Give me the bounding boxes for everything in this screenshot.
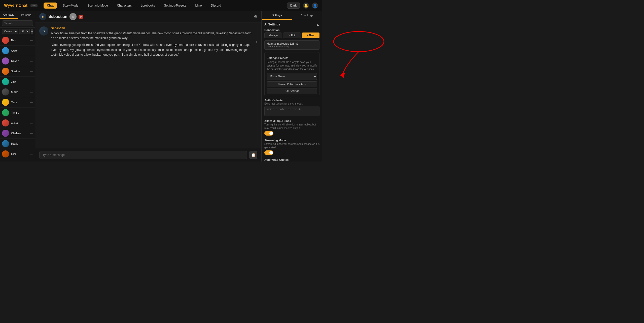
contact-item-gwen[interactable]: Gwen ··· — [0, 46, 35, 56]
contact-item-raven[interactable]: Raven ··· — [0, 56, 35, 66]
character-portrait-icon[interactable]: 🖼 — [69, 13, 77, 20]
add-contact-button[interactable]: + — [31, 29, 33, 34]
contact-menu-raven[interactable]: ··· — [30, 59, 33, 63]
contact-avatar-cici — [2, 150, 9, 157]
contact-menu-slade[interactable]: ··· — [30, 90, 33, 94]
edit-button[interactable]: ✎ Edit — [283, 33, 301, 38]
settings-presets-section: Settings Presets Settings Presets are a … — [264, 52, 319, 96]
all-filter[interactable]: All — [19, 29, 30, 34]
contact-menu-akiko[interactable]: ··· — [30, 121, 33, 125]
chat-clipboard-button[interactable]: 📋 — [249, 151, 257, 159]
contact-name-rayfa: Rayfa — [11, 142, 28, 145]
browse-public-presets-button[interactable]: Browse Public Presets ↗ — [267, 81, 317, 87]
nav-right: Dark 🔔 👤 — [287, 3, 318, 9]
contact-avatar-gwen — [2, 47, 9, 54]
manage-button[interactable]: Manage — [264, 33, 282, 38]
contact-menu-jinx[interactable]: ··· — [30, 80, 33, 84]
chat-area: 🧙 Sebastian 🖼 P ⚙ S Sebastian A dark fig… — [35, 11, 262, 162]
tab-contacts[interactable]: Contacts — [0, 11, 18, 19]
nav-discord[interactable]: Discord — [207, 3, 225, 9]
chat-settings-gear-icon[interactable]: ⚙ — [254, 14, 257, 19]
chat-header: 🧙 Sebastian 🖼 P ⚙ — [35, 11, 261, 22]
contact-menu-tanjiro[interactable]: ··· — [30, 111, 33, 115]
contact-item-starfire[interactable]: Starfire ··· — [0, 66, 35, 77]
sidebar-search-area — [0, 19, 35, 28]
ai-settings-title: AI Settings — [264, 23, 280, 26]
contact-item-slade[interactable]: Slade ··· — [0, 87, 35, 97]
contact-menu-ben[interactable]: ··· — [30, 38, 33, 42]
nav-settings-presets[interactable]: Settings-Presets — [160, 3, 190, 9]
contact-menu-gwen[interactable]: ··· — [30, 49, 33, 53]
streaming-mode-toggle[interactable] — [264, 150, 273, 155]
right-panel-content: AI Settings ▲ Connection Manage ✎ Edit +… — [262, 20, 322, 162]
contact-name-akiko: Akiko — [11, 121, 28, 124]
contact-item-cici[interactable]: Cici ··· — [0, 149, 35, 159]
nav-characters[interactable]: Characters — [114, 3, 135, 9]
chat-messages: S Sebastian A dark figure emerges from t… — [35, 22, 261, 148]
message-avatar: S — [39, 26, 48, 36]
contact-avatar-akiko — [2, 119, 9, 126]
contact-menu-chelsea[interactable]: ··· — [30, 131, 33, 135]
allow-multiple-lines-toggle[interactable] — [264, 131, 273, 136]
contact-name-slade: Slade — [11, 90, 28, 93]
chat-title: Sebastian — [48, 14, 67, 19]
right-panel-tabs: Settings Chat Logs — [262, 11, 322, 20]
contact-name-gwen: Gwen — [11, 49, 28, 52]
streaming-mode-title: Streaming Mode — [264, 139, 319, 142]
nav-scenario-mode[interactable]: Scenario-Mode — [84, 3, 111, 9]
sidebar: Contacts Persona Creator All + Ben ··· G… — [0, 11, 35, 162]
tab-settings[interactable]: Settings — [262, 11, 292, 20]
nav-story-mode[interactable]: Story-Mode — [59, 3, 82, 9]
auto-wrap-quotes-title: Auto Wrap Quotes — [264, 158, 319, 161]
contact-menu-rayfa[interactable]: ··· — [30, 142, 33, 146]
contact-name-raven: Raven — [11, 59, 28, 62]
model-subtext: GaIrionSoftworks/Mag... — [267, 45, 317, 48]
sidebar-filter: Creator All + — [0, 28, 35, 35]
contact-list: Ben ··· Gwen ··· Raven ··· Starfire ··· … — [0, 35, 35, 162]
settings-presets-desc: Settings Presets are a way to save your … — [267, 60, 317, 71]
tab-persona[interactable]: Persona — [18, 11, 35, 19]
nav-chat[interactable]: Chat — [44, 3, 57, 9]
nav-lorebooks[interactable]: Lorebooks — [137, 3, 158, 9]
notification-bell-icon[interactable]: 🔔 — [303, 3, 309, 9]
chat-input-area: 📋 — [35, 148, 261, 162]
ai-settings-header: AI Settings ▲ — [264, 22, 319, 26]
contact-name-tanjiro: Tanjiro — [11, 111, 28, 114]
contact-avatar-raven — [2, 57, 9, 64]
persona-badge[interactable]: P — [79, 15, 83, 19]
new-button[interactable]: + New — [302, 33, 319, 38]
model-name: MagnusIntellectus 12B-v1 — [267, 42, 317, 45]
contact-menu-terra[interactable]: ··· — [30, 100, 33, 104]
authors-note-input[interactable] — [264, 106, 319, 116]
tab-chat-logs[interactable]: Chat Logs — [292, 11, 322, 20]
contact-item-jinx[interactable]: Jinx ··· — [0, 77, 35, 87]
contact-menu-starfire[interactable]: ··· — [30, 69, 33, 73]
contact-menu-cici[interactable]: ··· — [30, 152, 33, 156]
nav-mine[interactable]: Mine — [192, 3, 205, 9]
allow-multiple-lines-desc: Turning this on will allow for longer re… — [264, 123, 319, 130]
contact-item-terra[interactable]: Terra ··· — [0, 97, 35, 108]
contact-item-ben[interactable]: Ben ··· — [0, 35, 35, 46]
contact-item-akiko[interactable]: Akiko ··· — [0, 118, 35, 128]
user-avatar[interactable]: 👤 — [312, 3, 318, 9]
contact-item-tanjiro[interactable]: Tanjiro ··· — [0, 108, 35, 118]
streaming-mode-desc: Streaming mode will show the AI message … — [264, 142, 319, 149]
chat-input[interactable] — [39, 151, 247, 159]
ai-settings-collapse-button[interactable]: ▲ — [316, 22, 319, 26]
beta-badge: beta — [30, 4, 38, 7]
edit-settings-button[interactable]: Edit Settings — [267, 88, 317, 94]
contact-name-starfire: Starfire — [11, 70, 28, 73]
contact-name-cici: Cici — [11, 152, 28, 155]
search-input[interactable] — [2, 20, 33, 26]
dark-mode-button[interactable]: Dark — [287, 3, 300, 9]
contact-name-terra: Terra — [11, 101, 28, 104]
contact-item-rayfa[interactable]: Rayfa ··· — [0, 139, 35, 149]
contact-item-chelsea[interactable]: Chelsea ··· — [0, 128, 35, 139]
expand-message-button[interactable]: › — [256, 40, 257, 44]
auto-wrap-quotes-section: Auto Wrap Quotes Automatically wrap quot… — [264, 158, 319, 162]
app-logo: WyvernChat — [4, 3, 27, 8]
contact-avatar-jinx — [2, 78, 9, 85]
creator-filter[interactable]: Creator — [2, 29, 18, 34]
contact-avatar-ben — [2, 37, 9, 44]
preset-select[interactable]: Mistral Nemo — [267, 73, 317, 80]
